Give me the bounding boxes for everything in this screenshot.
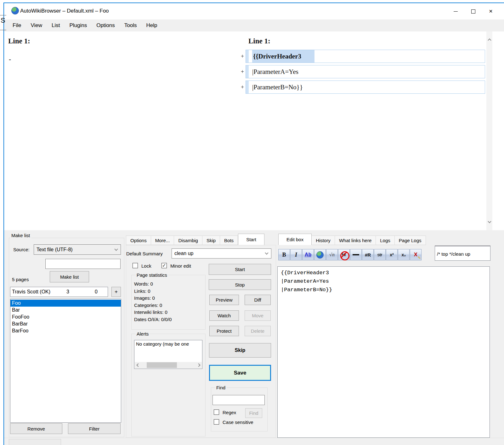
tab-bots[interactable]: Bots bbox=[220, 236, 238, 245]
default-summary-dropdown[interactable]: clean up bbox=[172, 248, 271, 259]
subscript-icon[interactable]: x₂ bbox=[398, 249, 410, 260]
tab-what-links-here[interactable]: What links here bbox=[335, 236, 376, 245]
make-list-group-title: Make list bbox=[10, 233, 31, 238]
chevron-right-icon bbox=[197, 363, 200, 367]
toolbar-glyph bbox=[316, 251, 324, 259]
close-button[interactable]: ✕ bbox=[482, 6, 500, 17]
alerts-title: Alerts bbox=[135, 331, 150, 337]
horizontal-rule-icon[interactable] bbox=[350, 249, 362, 260]
add-provider-button[interactable]: + bbox=[111, 287, 121, 297]
diff-view: Line 1: - Line 1: + {{DriverHeader3 + |P… bbox=[4, 31, 504, 230]
chevron-down-icon bbox=[488, 220, 491, 223]
scroll-up-button[interactable] bbox=[486, 36, 492, 43]
tab-skip[interactable]: Skip bbox=[202, 236, 220, 245]
page-item-foofoo[interactable]: FooFoo bbox=[10, 314, 121, 320]
tab-more[interactable]: More... bbox=[151, 236, 174, 245]
diff-button[interactable]: Diff bbox=[245, 295, 271, 305]
diff-line-box: |ParameterB=No}} bbox=[246, 81, 485, 94]
tab-disambig[interactable]: Disambig bbox=[174, 236, 202, 245]
case-sensitive-label: Case sensitive bbox=[223, 420, 253, 425]
menu-plugins[interactable]: Plugins bbox=[65, 19, 92, 31]
math-formula-icon[interactable]: √n bbox=[326, 249, 338, 260]
menu-bar: FileViewListPluginsOptionsToolsHelp bbox=[4, 19, 504, 31]
stop-button[interactable]: Stop bbox=[209, 279, 271, 290]
wiki-globe-icon[interactable] bbox=[314, 249, 326, 260]
menu-list[interactable]: List bbox=[47, 19, 65, 31]
close-icon: ✕ bbox=[489, 8, 493, 14]
alert-item-no-category[interactable]: No category (may be one bbox=[134, 340, 202, 347]
tab-history[interactable]: History bbox=[312, 236, 335, 245]
alerts-horizontal-scrollbar[interactable] bbox=[135, 362, 202, 368]
preview-button[interactable]: Preview bbox=[209, 295, 239, 305]
menu-help[interactable]: Help bbox=[141, 19, 162, 31]
scroll-down-button[interactable] bbox=[486, 218, 492, 226]
lock-checkbox[interactable] bbox=[133, 263, 138, 268]
tab-start[interactable]: Start bbox=[238, 234, 264, 245]
title-bar: AutoWikiBrowser – Default.xml – Foo ✕ bbox=[4, 3, 504, 19]
make-list-button[interactable]: Make list bbox=[50, 271, 89, 282]
scroll-left-button[interactable] bbox=[135, 362, 140, 368]
underline-ab-icon[interactable]: Ab bbox=[302, 249, 314, 260]
move-button[interactable]: Move bbox=[245, 310, 271, 321]
edit-box-textarea[interactable]: {{DriverHeader3 |ParameterA=Yes |Paramet… bbox=[277, 266, 490, 438]
filter-button[interactable]: Filter bbox=[68, 423, 121, 434]
editor-toolbar: B I Ab √n W #R str x² bbox=[278, 249, 422, 260]
background-divider bbox=[0, 30, 6, 30]
minor-edit-checkbox[interactable] bbox=[161, 263, 167, 268]
page-item-barbar[interactable]: BarBar bbox=[10, 320, 121, 327]
nowiki-icon[interactable]: W bbox=[338, 249, 350, 260]
delete-button[interactable]: Delete bbox=[245, 326, 271, 336]
start-button[interactable]: Start bbox=[209, 264, 271, 275]
editor-tab-strip: Edit boxHistoryWhat links hereLogsPage L… bbox=[278, 234, 426, 245]
toolbar-glyph: Ab bbox=[305, 252, 311, 258]
diff-added-line-2: + |ParameterA=Yes bbox=[241, 65, 485, 78]
scroll-right-button[interactable] bbox=[196, 362, 202, 368]
minimize-button[interactable] bbox=[447, 6, 464, 17]
redirect-icon[interactable]: #R bbox=[362, 249, 374, 260]
remove-button[interactable]: Remove bbox=[10, 423, 62, 434]
page-item-foo[interactable]: Foo bbox=[10, 300, 121, 307]
pages-count-label: 5 pages bbox=[12, 277, 29, 282]
diff-line-text: {{DriverHeader3 bbox=[252, 50, 314, 63]
scroll-thumb[interactable] bbox=[147, 362, 177, 368]
strikethrough-icon[interactable]: str bbox=[374, 249, 386, 260]
menu-file[interactable]: File bbox=[8, 19, 26, 31]
save-button[interactable]: Save bbox=[209, 365, 271, 381]
diff-line-text: |ParameterA=Yes bbox=[252, 65, 298, 78]
superscript-icon[interactable]: x² bbox=[386, 249, 398, 260]
diff-added-line-3: + |ParameterB=No}} bbox=[241, 81, 485, 94]
app-globe-icon bbox=[11, 7, 19, 14]
diff-line-text: |ParameterB=No}} bbox=[252, 81, 303, 93]
background-window-edge: S bbox=[0, 0, 3, 445]
maximize-icon bbox=[471, 9, 475, 14]
protect-button[interactable]: Protect bbox=[209, 326, 239, 336]
menu-view[interactable]: View bbox=[26, 19, 47, 31]
find-button[interactable]: Find bbox=[245, 408, 262, 418]
delete-markup-icon[interactable]: X bbox=[410, 249, 422, 260]
watch-button[interactable]: Watch bbox=[209, 310, 239, 321]
find-input[interactable] bbox=[212, 395, 265, 405]
diff-line-gutter bbox=[246, 81, 249, 93]
regex-checkbox[interactable] bbox=[214, 409, 219, 415]
diff-plus-marker: + bbox=[241, 65, 246, 78]
minor-edit-label: Minor edit bbox=[170, 263, 191, 269]
menu-options[interactable]: Options bbox=[92, 19, 120, 31]
case-sensitive-checkbox[interactable] bbox=[214, 419, 219, 425]
list-source-input[interactable] bbox=[45, 259, 121, 269]
italic-icon[interactable]: I bbox=[290, 249, 302, 260]
list-provider-row[interactable]: Travis Scott (OK) 3 0 bbox=[10, 287, 108, 297]
window-title: AutoWikiBrowser – Default.xml – Foo bbox=[20, 8, 109, 14]
tab-edit-box[interactable]: Edit box bbox=[278, 234, 312, 245]
page-item-barfoo[interactable]: BarFoo bbox=[10, 327, 121, 334]
page-item-bar[interactable]: Bar bbox=[10, 307, 121, 314]
menu-tools[interactable]: Tools bbox=[120, 19, 142, 31]
tab-page-logs[interactable]: Page Logs bbox=[395, 236, 426, 245]
diff-vertical-scrollbar[interactable] bbox=[486, 31, 492, 230]
source-dropdown[interactable]: Text file (UTF-8) bbox=[34, 244, 121, 255]
tab-logs[interactable]: Logs bbox=[376, 236, 395, 245]
maximize-button[interactable] bbox=[464, 6, 482, 17]
tab-options[interactable]: Options bbox=[126, 236, 151, 245]
bold-icon[interactable]: B bbox=[278, 249, 290, 260]
skip-button[interactable]: Skip bbox=[209, 343, 271, 358]
edit-summary-input[interactable] bbox=[435, 246, 490, 261]
